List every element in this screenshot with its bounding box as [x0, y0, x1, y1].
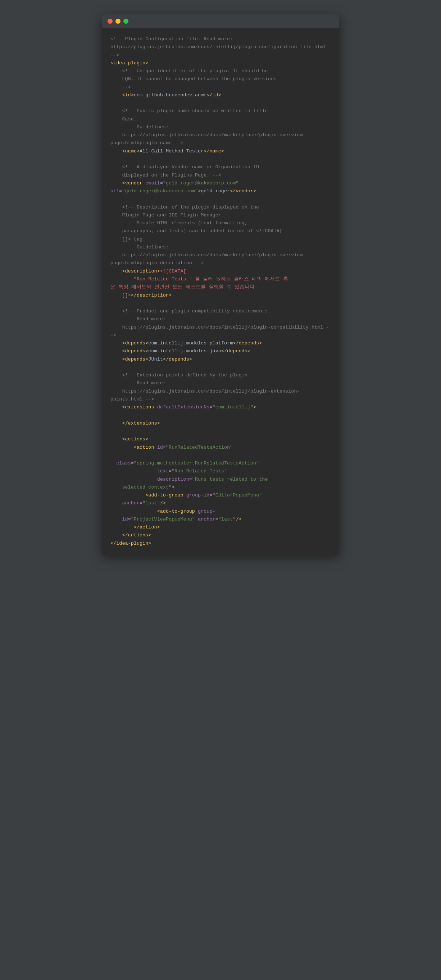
close-icon[interactable]	[108, 19, 113, 24]
actions-open-tag: <actions>	[122, 436, 148, 442]
vendor-close-tag: </vendor>	[230, 188, 256, 194]
vendor-url-attr: url=	[110, 188, 122, 194]
comment-3: <!-- Public plugin name should be writte…	[110, 108, 306, 146]
name-open-tag: <name>	[122, 148, 140, 154]
action-class-attr: class=	[116, 461, 134, 466]
name-value: All-Call Method Tester	[140, 148, 204, 154]
add-to-group-1-value1: "EditorPopupMenu"	[213, 493, 262, 498]
depends-1-open: <depends>	[122, 340, 148, 346]
depends-3-value: JUnit	[148, 356, 163, 362]
editor-window: <!-- Plugin Configuration File. Read mor…	[102, 14, 339, 555]
add-to-group-2-value1: "ProjectViewPopupMenu"	[131, 517, 195, 522]
action-tag-end: >	[172, 485, 174, 490]
description-close-tag: </description>	[131, 293, 172, 298]
extensions-open-tag: <extensions	[122, 404, 157, 410]
code-editor[interactable]: <!-- Plugin Configuration File. Read mor…	[102, 28, 339, 555]
cdata-open: <![CDATA[	[160, 269, 186, 274]
vendor-open-tag: <vendor	[122, 180, 145, 186]
vendor-value: gold.roger	[201, 188, 230, 194]
action-text-value: "Run Related Tests"	[172, 468, 227, 474]
depends-1-value: com.intellij.modules.platform	[148, 340, 233, 346]
id-open-tag: <id>	[122, 92, 134, 98]
action-open-tag: <action	[134, 445, 157, 450]
extensions-close-tag: </extensions>	[122, 421, 160, 426]
add-to-group-2-open: <add-to-group	[157, 509, 198, 514]
name-close-tag: </name>	[204, 148, 224, 154]
comment-6: <!-- Product and plugin compatibility re…	[110, 309, 329, 338]
idea-plugin-open: <idea-plugin>	[110, 60, 148, 66]
id-value: com.github.brunchdev.acmt	[134, 92, 207, 98]
add-to-group-1-attr1: group-id=	[186, 493, 213, 498]
depends-2-close: </depends>	[221, 348, 250, 354]
depends-3-close: </depends>	[163, 356, 192, 362]
add-to-group-1-self-close: />	[160, 500, 166, 506]
comment-4: <!-- A displayed Vendor name or Organiza…	[110, 164, 259, 178]
extensions-tag-end: >	[253, 404, 256, 410]
add-to-group-2-attr2: anchor=	[195, 517, 218, 522]
minimize-icon[interactable]	[115, 19, 121, 24]
action-id-value: "RunRelatedTestsAction"	[166, 445, 233, 450]
depends-1-close: </depends>	[233, 340, 262, 346]
cdata-close: ]]>	[122, 293, 131, 298]
maximize-icon[interactable]	[123, 19, 128, 24]
id-close-tag: </id>	[207, 92, 221, 98]
idea-plugin-close-tag: </idea-plugin>	[110, 541, 151, 546]
action-description-attr: description=	[157, 477, 192, 482]
add-to-group-1-value2: "last"	[142, 500, 160, 506]
depends-3-open: <depends>	[122, 356, 148, 362]
actions-close-tag: </actions>	[122, 533, 151, 538]
action-class-value: "spring.methodtester.RunRelatedTestsActi…	[134, 461, 259, 466]
comment-7: <!-- Extension points defined by the plu…	[110, 372, 300, 402]
add-to-group-1-attr2: anchor=	[122, 500, 142, 506]
comment-2: <!-- Unique identifier of the plugin. It…	[110, 68, 285, 90]
extensions-attr: defaultExtensionNs=	[157, 404, 213, 410]
vendor-url-value: "gold.roger@kakaocorp.com"	[122, 188, 198, 194]
action-text-attr: text=	[157, 468, 172, 474]
vendor-tag-end: >	[198, 188, 201, 194]
description-open-tag: <description>	[122, 269, 160, 274]
comment-5: <!-- Description of the plugin displayed…	[110, 205, 306, 266]
title-bar	[102, 14, 339, 28]
vendor-email-value: "gold.roger@kakaocorp.com"	[163, 180, 239, 186]
depends-2-value: com.intellij.modules.java	[148, 348, 221, 354]
description-text-1: "Run Related Tests." 를 눌러 원하는 클래스 내의 메서드…	[110, 277, 288, 290]
add-to-group-2-self-close: />	[236, 517, 241, 522]
vendor-email-attr: email=	[145, 180, 163, 186]
extensions-attr-value: "com.intellij"	[213, 404, 253, 410]
action-id-attr: id=	[157, 445, 166, 450]
depends-2-open: <depends>	[122, 348, 148, 354]
comment-1: <!-- Plugin Configuration File. Read mor…	[110, 36, 329, 58]
action-close-tag: </action>	[134, 525, 160, 530]
add-to-group-1-open: <add-to-group	[145, 493, 186, 498]
add-to-group-2-value2: "last"	[218, 517, 236, 522]
